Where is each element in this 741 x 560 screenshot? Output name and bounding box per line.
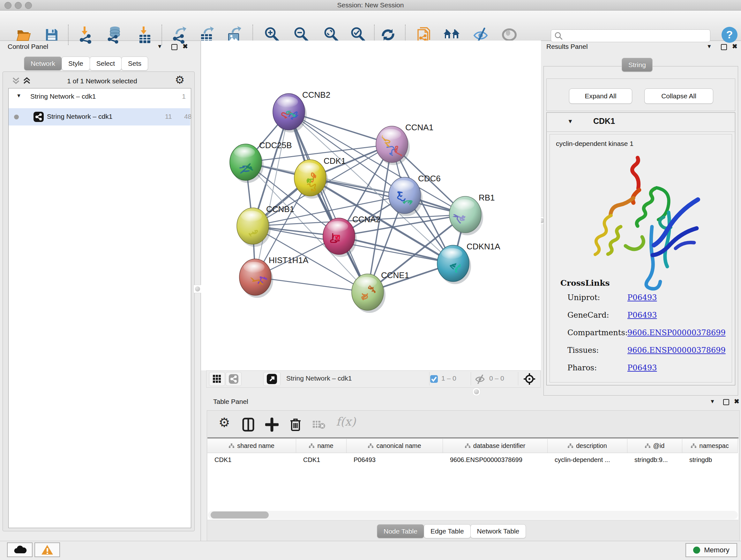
edge-CCNB2-CCNE1[interactable] [289,112,367,292]
column-header-6[interactable]: namespac [682,439,738,453]
database-import-icon [106,26,124,44]
protein-name[interactable]: CDK1 [593,117,615,126]
crosslink-value-link[interactable]: 9606.ENSP00000378699 [627,346,726,355]
column-header-5[interactable]: @id [627,439,682,453]
table-cell[interactable]: 9606.ENSP00000378699 [443,453,548,466]
node-HIST1H1A[interactable]: HIST1H1A [239,255,309,298]
status-bar: Memory [0,541,741,560]
node-CCNB1[interactable]: CCNB1 [237,204,294,247]
warnings-button[interactable] [35,543,60,557]
left-splitter-handle[interactable] [193,285,202,293]
import-network-database-button[interactable] [105,25,125,44]
export-network-button[interactable] [170,25,189,44]
column-header-4[interactable]: description [548,439,627,453]
tab-select[interactable]: Select [90,57,122,71]
collapse-all-button[interactable]: Collapse All [644,88,713,104]
bottom-splitter-handle[interactable] [472,388,481,396]
tab-network-table[interactable]: Network Table [470,524,526,538]
import-network-file-button[interactable] [77,25,96,44]
tab-node-table[interactable]: Node Table [377,524,424,538]
node-CDKN1A[interactable]: CDKN1A [437,242,500,284]
control-panel-close-icon[interactable]: ✖ [183,43,188,50]
column-attribute-icon [309,443,314,448]
network-collection-row[interactable]: ▼ String Network – cdk1 1 [9,88,191,105]
tab-sets[interactable]: Sets [121,57,148,71]
expand-all-button[interactable]: Expand All [569,88,632,104]
crosslink-label: Compartments: [567,328,627,337]
expand-all-networks-icon[interactable] [22,76,31,85]
node-CDC25B[interactable]: CDC25B [230,140,292,183]
table-cell[interactable]: CDK1 [296,453,347,466]
tab-edge-table[interactable]: Edge Table [424,524,471,538]
table-panel-float-icon[interactable] [723,399,729,405]
open-session-button[interactable] [14,25,33,44]
table-hscrollbar-thumb[interactable] [211,511,269,518]
tab-network[interactable]: Network [24,57,62,71]
search-input[interactable] [564,30,706,41]
tab-string[interactable]: String [622,58,653,72]
birdseye-view-icon[interactable] [523,373,536,385]
table-options-gear-icon[interactable]: ⚙ [219,415,230,430]
save-session-button[interactable] [42,25,61,44]
network-collection-label: String Network – cdk1 [30,92,96,100]
network-share-view-button[interactable] [226,372,242,386]
table-row[interactable]: CDK1CDK1P064939606.ENSP00000378699cyclin… [207,453,738,466]
control-panel-collapse-icon[interactable]: ▼ [157,44,162,50]
tree-expander-icon[interactable]: ▼ [16,93,21,99]
network-view-title: String Network – cdk1 [286,374,352,382]
open-view-in-window-button[interactable] [263,372,280,386]
crosslink-value-link[interactable]: P06493 [627,293,657,302]
column-header-0[interactable]: shared name [207,439,296,453]
node-CDC6[interactable]: CDC6 [389,174,441,216]
network-selection-status: 1 of 1 Network selected [42,77,163,85]
control-panel-title: Control Panel [8,43,48,51]
edge-CCNB2-HIST1H1A[interactable] [255,112,289,277]
node-CCNE1[interactable]: CCNE1 [352,270,409,313]
node-label-RB1: RB1 [479,193,495,202]
delete-column-trash-icon[interactable] [289,417,301,432]
network-row-selected[interactable]: String Network – cdk1 11 48 [9,108,190,125]
column-header-1[interactable]: name [296,439,347,453]
results-panel-collapse-icon[interactable]: ▼ [706,44,712,50]
table-hscrollbar-track[interactable] [208,511,738,519]
table-panel-close-icon[interactable]: ✖ [734,397,739,405]
table-cell[interactable]: cyclin-dependent ... [548,453,627,466]
selected-node-edge-counts: 1 – 0 [441,374,456,382]
crosslink-value-link[interactable]: P06493 [627,311,657,320]
results-panel-close-icon[interactable]: ✖ [732,43,738,50]
table-cell[interactable]: stringdb [682,453,738,466]
crosslink-value-link[interactable]: P06493 [627,363,657,372]
column-header-3[interactable]: database identifier [443,439,548,453]
network-canvas[interactable]: CCNB2CCNA1CDC25BCDK1CDC6RB1CCNB1CCNA2CDK… [201,41,541,370]
node-CCNA1[interactable]: CCNA1 [376,123,433,165]
node-CDK1[interactable]: CDK1 [294,156,346,199]
search-field[interactable] [551,29,711,42]
results-panel-float-icon[interactable] [721,44,727,50]
grid-view-button[interactable] [209,372,225,386]
control-panel-float-icon[interactable] [172,44,178,50]
column-header-label: database identifier [473,442,525,449]
crosslink-label: Tissues: [567,346,627,355]
network-tree: ▼ String Network – cdk1 1 [8,88,191,528]
tab-style[interactable]: Style [62,57,90,71]
import-table-file-button[interactable] [135,25,154,44]
node-RB1[interactable]: RB1 [449,193,495,235]
node-CCNB2[interactable]: CCNB2 [273,90,330,132]
table-cell[interactable]: P06493 [347,453,443,466]
memory-button[interactable]: Memory [685,543,737,557]
collapse-all-networks-icon[interactable] [11,76,20,85]
selected-checkbox-icon[interactable] [430,375,438,383]
column-header-2[interactable]: canonical name [347,439,443,453]
add-column-icon[interactable] [265,418,279,432]
crosslink-value-link[interactable]: 9606.ENSP00000378699 [627,328,726,337]
table-cell[interactable]: stringdb:9... [627,453,682,466]
help-button[interactable]: ? [720,25,739,44]
network-options-gear-icon[interactable]: ⚙ [175,73,185,86]
table-panel-collapse-icon[interactable]: ▼ [710,398,715,405]
network-graph[interactable]: CCNB2CCNA1CDC25BCDK1CDC6RB1CCNB1CCNA2CDK… [201,41,541,370]
show-columns-icon[interactable] [242,418,255,432]
table-cell[interactable]: CDK1 [207,453,296,466]
string-app-icon [33,112,44,122]
cloud-status-button[interactable] [7,543,32,557]
protein-expander-icon[interactable]: ▼ [567,118,573,125]
